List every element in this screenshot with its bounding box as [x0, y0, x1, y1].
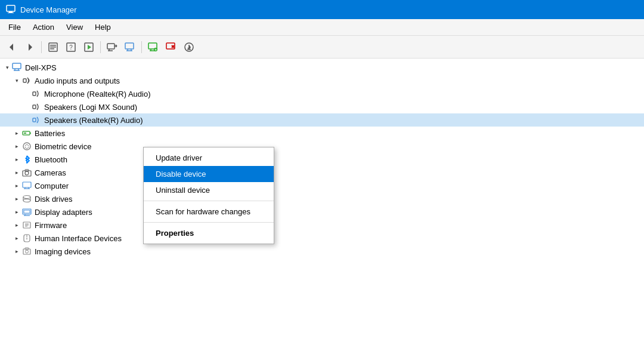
properties-button[interactable]	[45, 39, 61, 55]
hid-expand-icon[interactable]: ▸	[12, 233, 21, 243]
tree-display-label: Display adapters	[35, 208, 92, 217]
context-menu: Update driver Disable device Uninstall d…	[143, 147, 274, 244]
svg-rect-36	[13, 63, 21, 69]
tree-mic-label: Microphone (Realtek(R) Audio)	[44, 90, 150, 99]
tree-panel[interactable]: ▾ Dell-XPS ▾ Audio	[0, 59, 644, 357]
svg-rect-2	[8, 13, 14, 13]
menu-action[interactable]: Action	[27, 20, 60, 34]
tree-item-imaging[interactable]: ▸ Imaging devices	[0, 245, 644, 258]
tree-item-biometric[interactable]: ▸ Biometric device	[0, 140, 644, 153]
display-adapter-icon	[21, 207, 32, 217]
tree-hid-label: Human Interface Devices	[35, 234, 122, 243]
svg-rect-51	[23, 182, 31, 187]
root-computer-icon	[12, 62, 23, 73]
imaging-icon	[21, 246, 32, 257]
tree-bluetooth-label: Bluetooth	[35, 155, 67, 164]
svg-rect-42	[33, 105, 36, 109]
audio-expand-icon[interactable]: ▾	[12, 76, 21, 85]
root-expand-icon[interactable]: ▾	[2, 63, 12, 72]
battery-icon	[21, 128, 32, 139]
mic-icon	[31, 88, 42, 99]
tree-item-batteries[interactable]: ▸ Batteries	[0, 127, 644, 140]
imaging-expand-icon[interactable]: ▸	[12, 247, 21, 256]
disk-expand-icon[interactable]: ▸	[12, 194, 21, 204]
computer-node-icon	[21, 180, 32, 191]
disk-icon	[21, 193, 32, 204]
audio-icon	[21, 75, 32, 86]
tree-item-display[interactable]: ▸ Display adapters	[0, 205, 644, 218]
title-bar-text: Device Manager	[20, 5, 77, 14]
svg-rect-40	[23, 79, 26, 82]
tree-item-speakers-logi[interactable]: ▸ Speakers (Logi MX Sound)	[0, 100, 644, 113]
svg-text:+: +	[154, 48, 157, 52]
main-content: ▾ Dell-XPS ▾ Audio	[0, 59, 644, 357]
menu-help[interactable]: Help	[89, 20, 117, 34]
ctx-scan-hardware[interactable]: Scan for hardware changes	[144, 204, 274, 220]
toolbar-sep-1	[41, 41, 42, 53]
tree-root[interactable]: ▾ Dell-XPS	[0, 61, 644, 74]
svg-rect-46	[24, 133, 26, 134]
bluetooth-icon	[21, 154, 32, 165]
svg-marker-12	[88, 45, 91, 50]
computer-expand-icon[interactable]: ▸	[12, 181, 21, 190]
tree-computer-label: Computer	[35, 181, 69, 190]
forward-button[interactable]	[21, 39, 38, 55]
svg-rect-19	[125, 43, 134, 49]
scan-button[interactable]	[104, 39, 120, 55]
ctx-disable-device[interactable]: Disable device	[144, 166, 274, 182]
menu-file[interactable]: File	[2, 20, 27, 34]
run-button[interactable]	[80, 39, 97, 55]
svg-text:?: ?	[69, 44, 73, 51]
tree-item-computer[interactable]: ▸ Computer	[0, 179, 644, 192]
svg-point-48	[25, 171, 29, 175]
title-bar: Device Manager	[0, 0, 644, 19]
svg-rect-8	[50, 48, 54, 50]
back-button[interactable]	[4, 39, 20, 55]
menu-view[interactable]: View	[60, 20, 89, 34]
firmware-icon	[21, 220, 32, 230]
toolbar-sep-2	[100, 41, 101, 53]
tree-batteries-label: Batteries	[35, 129, 65, 138]
biometric-icon	[21, 141, 32, 152]
remove-button[interactable]	[163, 39, 179, 55]
add-device-button[interactable]: +	[145, 39, 162, 55]
biometric-expand-icon[interactable]: ▸	[12, 141, 21, 151]
ctx-separator-1	[144, 201, 274, 201]
tree-item-bluetooth[interactable]: ▸ Bluetooth	[0, 153, 644, 166]
svg-rect-6	[50, 45, 56, 46]
toolbar-sep-3	[141, 41, 142, 53]
svg-rect-13	[107, 44, 114, 49]
tree-item-audio[interactable]: ▾ Audio inputs and outputs	[0, 74, 644, 87]
download-button[interactable]	[181, 39, 197, 55]
firmware-expand-icon[interactable]: ▸	[12, 220, 21, 230]
tree-firmware-label: Firmware	[35, 221, 67, 230]
speakers-realtek-icon	[31, 115, 42, 125]
svg-rect-45	[30, 133, 31, 134]
monitor-button[interactable]	[122, 39, 138, 55]
tree-item-hid[interactable]: ▸ Human Interface Devices	[0, 232, 644, 245]
bluetooth-expand-icon[interactable]: ▸	[12, 155, 21, 164]
svg-rect-41	[33, 92, 36, 96]
ctx-uninstall-device[interactable]: Uninstall device	[144, 182, 274, 198]
update-driver-button[interactable]: ?	[63, 39, 79, 55]
menu-bar: File Action View Help	[0, 19, 644, 36]
speakers-logi-icon	[31, 101, 42, 112]
svg-point-55	[23, 196, 30, 199]
svg-rect-43	[33, 118, 36, 122]
tree-item-disk[interactable]: ▸ Disk drives	[0, 192, 644, 205]
tree-imaging-label: Imaging devices	[35, 247, 91, 256]
tree-item-firmware[interactable]: ▸ Firmware	[0, 218, 644, 232]
tree-item-speakers-realtek[interactable]: ▸ Speakers (Realtek(R) Audio)	[0, 113, 644, 127]
cameras-expand-icon[interactable]: ▸	[12, 168, 21, 177]
svg-marker-4	[29, 44, 32, 51]
tree-item-microphone[interactable]: ▸ Microphone (Realtek(R) Audio)	[0, 87, 644, 100]
tree-item-cameras[interactable]: ▸ Cameras	[0, 166, 644, 179]
ctx-update-driver[interactable]: Update driver	[144, 150, 274, 166]
tree-speakers-logi-label: Speakers (Logi MX Sound)	[44, 103, 137, 112]
display-expand-icon[interactable]: ▸	[12, 207, 21, 217]
ctx-separator-2	[144, 222, 274, 223]
batteries-expand-icon[interactable]: ▸	[12, 128, 21, 138]
svg-rect-63	[24, 210, 30, 213]
svg-marker-3	[10, 44, 13, 51]
ctx-properties[interactable]: Properties	[144, 225, 274, 241]
